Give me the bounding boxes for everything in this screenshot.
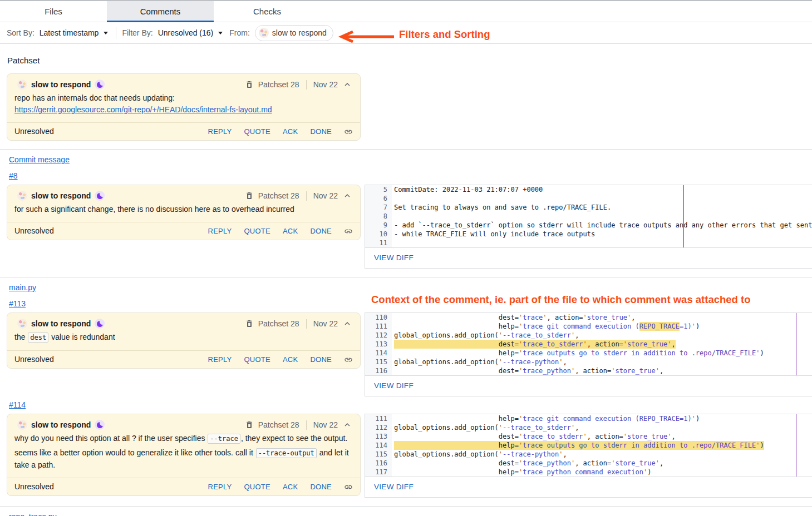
- comment-footer: UnresolvedREPLYQUOTEACKDONE: [7, 222, 360, 240]
- comment-anchor-link[interactable]: #113: [9, 299, 26, 308]
- code-line: 5CommitDate: 2022-11-03 21:07:07 +0000: [365, 185, 812, 194]
- reply-button[interactable]: REPLY: [208, 483, 232, 491]
- comment-thread-card: slow to respondPatchset 28Nov 22repo has…: [7, 73, 361, 141]
- meta-separator: [306, 191, 307, 201]
- meta-separator: [306, 80, 307, 90]
- link-icon[interactable]: [344, 227, 353, 236]
- view-diff-button[interactable]: VIEW DIFF: [374, 254, 414, 262]
- link-icon[interactable]: [344, 355, 353, 364]
- code-context: 5CommitDate: 2022-11-03 21:07:07 +000067…: [365, 185, 812, 247]
- chevron-up-icon[interactable]: [342, 420, 352, 430]
- done-button[interactable]: DONE: [310, 483, 332, 491]
- line-number: 114: [365, 349, 392, 358]
- sort-value: Latest timestamp: [40, 28, 99, 37]
- line-number: 114: [365, 441, 392, 450]
- code-line: 116 dest='trace_python', action='store_t…: [365, 459, 812, 468]
- line-number: 116: [365, 366, 392, 375]
- line-number: 6: [365, 194, 392, 203]
- done-button[interactable]: DONE: [310, 227, 332, 235]
- thread-row: slow to respondPatchset 28Nov 22for such…: [0, 185, 812, 269]
- chevron-up-icon[interactable]: [342, 319, 352, 329]
- filter-dropdown[interactable]: Unresolved (16): [158, 28, 223, 37]
- code-line: 8: [365, 212, 812, 221]
- chevron-down-icon: [218, 32, 223, 34]
- comment-thread-card: slow to respondPatchset 28Nov 22the dest…: [7, 312, 361, 369]
- author-name: slow to respond: [31, 191, 91, 200]
- author-name: slow to respond: [31, 420, 91, 429]
- sort-dropdown[interactable]: Latest timestamp: [40, 28, 109, 37]
- view-diff-button[interactable]: VIEW DIFF: [374, 483, 414, 492]
- moon-status-icon: [95, 319, 105, 329]
- filter-by-label: Filter By:: [122, 28, 152, 37]
- chevron-up-icon[interactable]: [342, 191, 352, 201]
- quote-button[interactable]: QUOTE: [244, 127, 270, 136]
- code-line: 112global_options.add_option('--trace_to…: [365, 423, 812, 432]
- author-avatar: [17, 191, 27, 201]
- trash-icon[interactable]: [245, 319, 254, 328]
- diff-preview: 110 dest='trace', action='store_true',11…: [365, 312, 812, 396]
- file-link[interactable]: main.py: [9, 283, 36, 292]
- patchset-label: Patchset 28: [258, 80, 299, 89]
- done-button[interactable]: DONE: [310, 127, 332, 136]
- done-button[interactable]: DONE: [310, 355, 332, 364]
- tab-files[interactable]: Files: [0, 1, 107, 22]
- quote-button[interactable]: QUOTE: [244, 355, 270, 364]
- comment-footer: UnresolvedREPLYQUOTEACKDONE: [7, 350, 360, 368]
- line-number: 8: [365, 212, 392, 221]
- gerrit-comments-page: FilesCommentsChecks Sort By: Latest time…: [0, 0, 812, 516]
- comment-section: Patchsetslow to respondPatchset 28Nov 22…: [0, 56, 812, 149]
- ack-button[interactable]: ACK: [283, 355, 298, 364]
- comment-link[interactable]: https://gerrit.googlesource.com/git-repo…: [14, 104, 353, 116]
- trash-icon[interactable]: [245, 191, 254, 200]
- line-number: 7: [365, 203, 392, 212]
- code-line: 10- while TRACE_FILE will only include t…: [365, 230, 812, 239]
- filter-separator: [116, 27, 116, 39]
- comment-footer: UnresolvedREPLYQUOTEACKDONE: [7, 478, 360, 495]
- reply-button[interactable]: REPLY: [208, 355, 232, 364]
- unresolved-status: Unresolved: [14, 355, 54, 364]
- from-author-chip[interactable]: slow to respond: [255, 25, 333, 41]
- quote-button[interactable]: QUOTE: [244, 227, 270, 235]
- comment-text: value is redundant: [49, 333, 115, 341]
- margin-line: [683, 185, 684, 247]
- author-avatar: [17, 319, 27, 329]
- from-author-name: slow to respond: [272, 28, 327, 37]
- comment-body: for such a significant change, there is …: [7, 201, 360, 222]
- author-avatar: [17, 80, 27, 90]
- reply-button[interactable]: REPLY: [208, 227, 232, 235]
- comment-thread-card: slow to respondPatchset 28Nov 22why do y…: [7, 414, 361, 496]
- comment-header: slow to respondPatchset 28Nov 22: [7, 185, 360, 201]
- quote-button[interactable]: QUOTE: [244, 483, 270, 491]
- tab-checks[interactable]: Checks: [214, 1, 321, 22]
- patchset-label: Patchset 28: [258, 420, 299, 429]
- comment-section: repo_trace.py: [0, 512, 812, 516]
- comment-section: main.py#113slow to respondPatchset 28Nov…: [0, 283, 812, 506]
- ack-button[interactable]: ACK: [283, 483, 298, 491]
- moon-status-icon: [95, 80, 105, 90]
- trash-icon[interactable]: [245, 80, 254, 89]
- margin-line: [796, 414, 796, 477]
- trash-icon[interactable]: [245, 420, 254, 429]
- file-link[interactable]: Commit message: [9, 155, 70, 164]
- link-icon[interactable]: [344, 483, 353, 492]
- view-diff-button[interactable]: VIEW DIFF: [374, 381, 414, 390]
- ack-button[interactable]: ACK: [283, 227, 298, 235]
- comment-date: Nov 22: [313, 80, 338, 89]
- file-link[interactable]: repo_trace.py: [9, 512, 57, 516]
- comment-text: why do you need this option at all ? if …: [14, 434, 207, 443]
- code-line: 11: [365, 239, 812, 247]
- thread-row: slow to respondPatchset 28Nov 22the dest…: [0, 312, 812, 396]
- line-number: 115: [365, 358, 392, 366]
- line-number: 115: [365, 450, 392, 459]
- line-number: 110: [365, 313, 392, 322]
- tab-comments[interactable]: Comments: [107, 1, 214, 22]
- author-name: slow to respond: [31, 80, 91, 89]
- comment-anchor-link[interactable]: #114: [9, 400, 26, 409]
- reply-button[interactable]: REPLY: [208, 127, 232, 136]
- code-line: 111 help='trace git command execution (R…: [365, 322, 812, 331]
- comment-anchor-link[interactable]: #8: [9, 171, 18, 180]
- line-number: 11: [365, 239, 392, 247]
- chevron-up-icon[interactable]: [342, 80, 352, 90]
- link-icon[interactable]: [344, 127, 353, 136]
- ack-button[interactable]: ACK: [283, 127, 298, 136]
